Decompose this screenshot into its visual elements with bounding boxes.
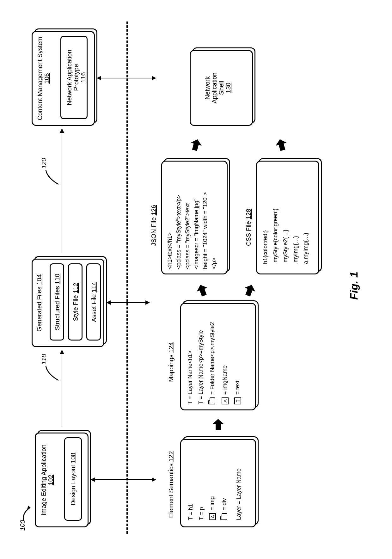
shell-label: Network Application Shell 130	[204, 51, 232, 125]
element-semantics-title: Element Semantics 122	[168, 451, 175, 518]
folder-icon	[210, 397, 215, 404]
box-style-file: Style File 112	[68, 263, 83, 341]
ref-118: 118	[40, 354, 47, 365]
a-icon: A	[209, 513, 216, 520]
ref-118-leader	[44, 363, 60, 382]
map-line-5: T = text	[234, 380, 241, 404]
arrow-cross-mid	[111, 302, 145, 303]
mappings-title: Mappings 124	[168, 342, 175, 382]
box-element-semantics: T = h1 T = p A = img = div Layer = Layer…	[180, 439, 256, 527]
css-l2: .myStyle{color:green;}	[272, 208, 279, 264]
box-css-file: h1{color:red;} .myStyle{color:green;} .m…	[256, 161, 319, 274]
image-editing-title: Image Editing Application102	[40, 433, 54, 526]
box-network-application-shell: Network Application Shell 130	[190, 50, 253, 126]
arrow-cross-right	[101, 78, 152, 78]
box-mappings: T = Layer Name<h1> T = Layer Name<p>=myS…	[180, 303, 256, 410]
css-l3: .myStyle2{…}	[282, 230, 289, 264]
arrow-cross-left	[95, 479, 152, 480]
fat-arrow-4	[188, 137, 204, 153]
ref-100-leader	[21, 504, 34, 523]
json-l2: <pclass = "myStyle">text</p>	[175, 195, 182, 269]
box-asset-file: Asset File 114	[86, 263, 101, 341]
elem-sem-line-1: T = h1	[187, 504, 194, 520]
a-icon: A	[222, 397, 229, 404]
css-file-title: CSS File 128	[245, 209, 252, 246]
box-design-layout: Design Layout 108	[64, 437, 82, 521]
map-line-1: T = Layer Name<h1>	[186, 351, 194, 404]
box-generated-files: Generated Files 104 Structured Files 110…	[32, 259, 104, 347]
elem-sem-line-2: T = p	[198, 507, 205, 520]
json-l6: </p>	[210, 258, 218, 269]
css-l1: h1{color:red;}	[261, 230, 269, 264]
figure-label: Fig. 1	[348, 272, 360, 300]
t-icon: T	[234, 397, 241, 404]
map-line-2: T = Layer Name<p>=myStyle	[197, 330, 205, 404]
box-cms: Content Management System106 Network App…	[32, 31, 95, 126]
generated-files-title: Generated Files 104	[36, 260, 43, 346]
folder-icon	[222, 513, 227, 520]
json-l4: <imagescr = "imgName.jpg"	[193, 199, 200, 269]
box-structured-files: Structured Files 110	[50, 263, 64, 341]
ref-120-leader	[44, 167, 60, 186]
elem-sem-line-3: A = img	[208, 496, 216, 520]
map-line-4: A = imgName	[221, 365, 229, 404]
css-l5: a.myImg{…}	[302, 233, 309, 264]
box-image-editing-application: Image Editing Application102 Design Layo…	[35, 433, 89, 527]
elem-sem-line-5: Layer = Layer Name	[235, 468, 242, 520]
map-line-3: = Folder Name<p>.myStyle2	[208, 322, 216, 404]
json-l5: height = "1024" width = "120">	[201, 192, 209, 269]
fat-arrow-5	[274, 137, 289, 153]
fat-arrow-1	[212, 418, 224, 431]
css-l4: .myImg{…}	[292, 236, 299, 264]
box-json-file: <h1>text</h1> <pclass = "myStyle">text</…	[161, 161, 228, 274]
cms-title: Content Management System106	[36, 32, 50, 125]
json-l1: <h1>text</h1>	[166, 232, 174, 269]
divider-dashed	[126, 22, 128, 534]
arrow-120	[62, 133, 62, 253]
ref-120: 120	[40, 158, 47, 169]
json-file-title: JSON File 126	[150, 205, 157, 246]
arrow-118	[62, 354, 62, 427]
fat-arrow-2	[194, 282, 210, 298]
elem-sem-line-4: = div	[220, 498, 228, 520]
box-network-app-prototype: Network Application Prototype116	[60, 36, 88, 119]
json-l3: <pclass = "myStyle2">text	[184, 203, 191, 269]
fat-arrow-3	[242, 282, 258, 298]
